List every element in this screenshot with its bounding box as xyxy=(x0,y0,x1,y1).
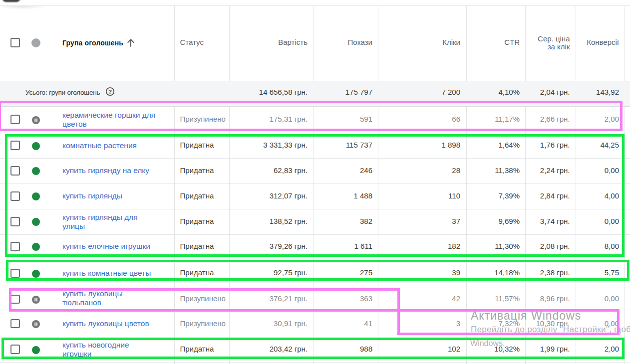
svg-text:?: ? xyxy=(108,88,112,94)
